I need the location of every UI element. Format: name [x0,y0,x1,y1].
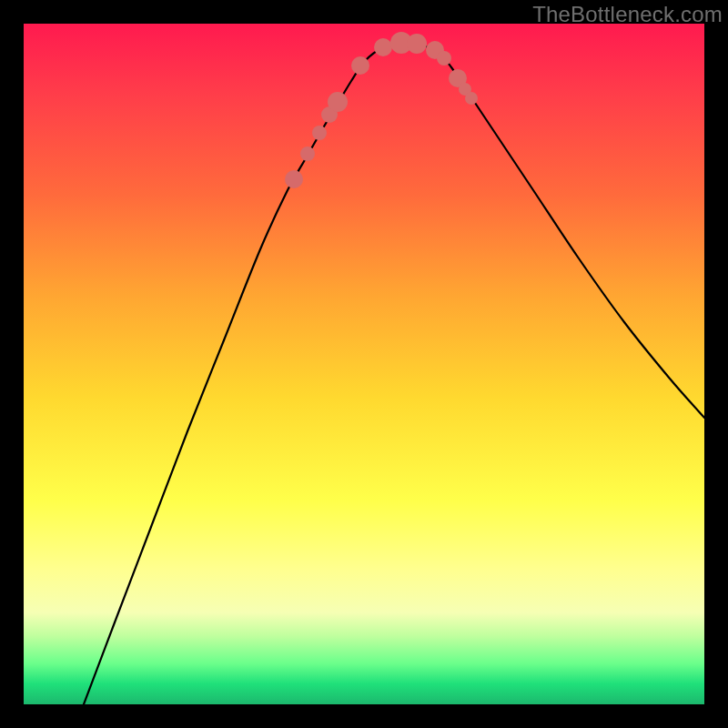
highlighted-point [374,38,392,56]
highlighted-point [300,147,315,161]
highlighted-point [465,92,478,105]
highlighted-point [351,56,369,75]
highlighted-point [312,126,327,140]
chart-svg [24,24,704,704]
highlighted-points-group [285,32,478,188]
highlighted-point [407,34,427,54]
highlighted-point [285,170,303,188]
highlighted-point [328,92,348,112]
plot-area [24,24,704,704]
highlighted-point [437,51,451,66]
chart-frame: TheBottleneck.com [0,0,728,728]
watermark-text: TheBottleneck.com [532,2,723,27]
bottleneck-curve [84,43,704,704]
